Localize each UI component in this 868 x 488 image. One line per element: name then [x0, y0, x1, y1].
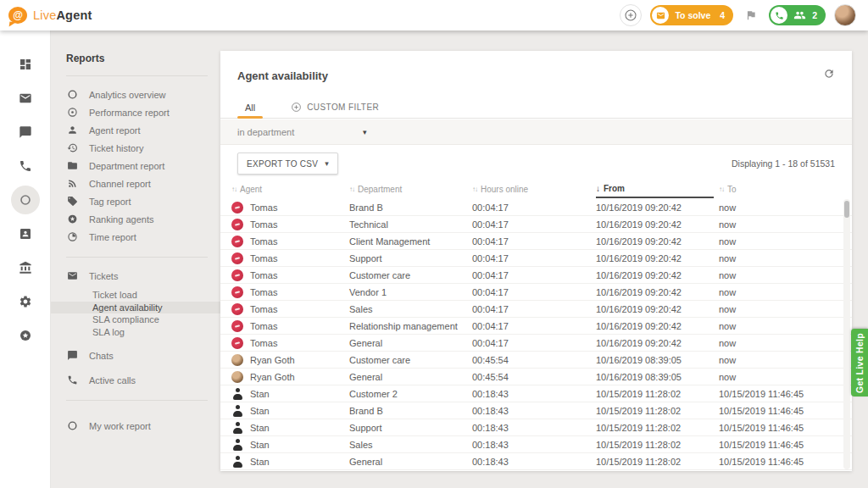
agent-name: Tomas — [250, 321, 277, 331]
nav-item-performance-report[interactable]: Performance report — [51, 103, 220, 121]
column-header-to[interactable]: ↑↓To — [719, 180, 838, 198]
rail-item-settings[interactable] — [0, 285, 51, 319]
table-row[interactable]: Tomas Brand B 00:04:17 10/16/2019 09:20:… — [220, 199, 852, 216]
nav-subitem-sla-log[interactable]: SLA log — [51, 326, 220, 339]
tab-custom-filter[interactable]: CUSTOM FILTER — [283, 97, 387, 118]
user-avatar[interactable] — [834, 4, 856, 26]
nav-item-department-report[interactable]: Department report — [51, 157, 220, 175]
nav-item-my-work-report[interactable]: My work report — [51, 417, 220, 435]
table-row[interactable]: Stan Sales 00:18:43 10/15/2019 11:28:02 … — [220, 436, 852, 453]
nav-item-time-report[interactable]: Time report — [51, 228, 220, 246]
nav-item-ticket-history[interactable]: Ticket history — [51, 139, 220, 157]
nav-subitem-sla-compliance[interactable]: SLA compliance — [51, 313, 220, 326]
cell-hours-online: 00:18:43 — [472, 440, 596, 450]
liveagent-logo[interactable]: @ LiveAgent — [8, 7, 92, 24]
plus-circle-icon — [624, 8, 637, 22]
cell-department: Support — [349, 423, 472, 433]
rail-active-indicator — [11, 186, 40, 214]
table-row[interactable]: Stan Brand B 00:18:43 10/15/2019 11:28:0… — [220, 402, 852, 419]
sort-icon: ↑↓ — [719, 186, 724, 193]
cell-from: 10/16/2019 09:20:42 — [596, 304, 719, 314]
performance-report-icon — [66, 107, 78, 118]
agent-name: Stan — [250, 457, 270, 467]
cell-to: now — [719, 338, 838, 348]
agent-name: Stan — [250, 406, 270, 416]
rail-item-reports[interactable] — [0, 183, 51, 217]
table-row[interactable]: Ryan Goth General 00:45:54 10/16/2019 08… — [220, 369, 852, 385]
cell-department: Customer care — [349, 270, 472, 280]
table-scrollbar[interactable] — [843, 199, 850, 469]
table-row[interactable]: Stan General 00:18:43 10/15/2019 11:28:0… — [220, 453, 852, 470]
column-header-agent[interactable]: ↑↓Agent — [231, 180, 349, 198]
flag-button[interactable] — [742, 6, 760, 25]
panel-title: Reports — [51, 53, 220, 64]
agents-online-icon — [793, 10, 806, 20]
column-header-from[interactable]: ↓From — [596, 180, 714, 198]
table-row[interactable]: Tomas Relationship management 00:04:17 1… — [220, 318, 852, 335]
icon-rail — [0, 30, 51, 488]
nav-item-agent-report[interactable]: Agent report — [51, 121, 220, 139]
sort-desc-icon: ↓ — [596, 184, 600, 193]
nav-item-active-calls[interactable]: Active calls — [51, 371, 220, 389]
cell-department: Customer care — [349, 355, 472, 365]
rail-item-tickets[interactable] — [0, 81, 51, 115]
cell-hours-online: 00:04:17 — [472, 253, 596, 263]
column-header-hours-online[interactable]: ↑↓Hours online — [472, 180, 596, 198]
table-row[interactable]: Tomas Client Management 00:04:17 10/16/2… — [220, 233, 852, 250]
cell-department: Customer 2 — [349, 389, 472, 399]
table-row[interactable]: Tomas Vendor 1 00:04:17 10/16/2019 09:20… — [220, 284, 852, 301]
nav-subitem-agent-availability[interactable]: Agent availability — [51, 302, 220, 314]
nav-item-analytics-overview[interactable]: Analytics overview — [51, 86, 220, 103]
nav-item-chats[interactable]: Chats — [51, 347, 220, 364]
table-row[interactable]: Stan Support 00:18:43 10/15/2019 11:28:0… — [220, 419, 852, 436]
refresh-button[interactable] — [823, 68, 835, 80]
to-solve-button[interactable]: To solve 4 — [650, 5, 733, 25]
nav-item-channel-report[interactable]: Channel report — [51, 175, 220, 192]
bank-icon — [19, 261, 32, 274]
agent-name: Tomas — [250, 202, 277, 213]
cell-hours-online: 00:04:17 — [472, 321, 596, 331]
table-row[interactable]: Stan Customer 2 00:18:43 10/15/2019 11:2… — [220, 385, 852, 402]
agent-name: Ryan Goth — [250, 372, 295, 382]
agent-name: Tomas — [250, 236, 277, 247]
department-filter-dropdown[interactable]: in department ▾ — [220, 119, 852, 145]
cell-from: 10/16/2019 09:20:42 — [596, 338, 719, 348]
displaying-range-label: Displaying 1 - 18 of 51531 — [732, 158, 835, 169]
table-row[interactable]: Tomas Sales 00:04:17 10/16/2019 09:20:42… — [220, 301, 852, 318]
agent-avatar — [231, 337, 243, 349]
cell-department: Brand B — [349, 406, 472, 416]
export-to-csv-button[interactable]: EXPORT TO CSV ▾ — [237, 152, 338, 175]
rail-item-chats[interactable] — [0, 115, 51, 149]
cell-from: 10/16/2019 09:20:42 — [596, 321, 719, 331]
table-row[interactable]: Tomas Support 00:04:17 10/16/2019 09:20:… — [220, 250, 852, 267]
cell-department: Vendor 1 — [349, 287, 472, 297]
rail-item-apps[interactable] — [0, 319, 51, 352]
agent-name: Tomas — [250, 287, 277, 297]
cell-from: 10/16/2019 08:39:05 — [596, 355, 719, 365]
rail-item-contacts[interactable] — [0, 217, 51, 251]
scrollbar-thumb[interactable] — [844, 201, 849, 218]
sort-icon: ↑↓ — [231, 186, 236, 193]
table-row[interactable]: Tomas General 00:04:17 10/16/2019 09:20:… — [220, 335, 852, 352]
cell-to: 10/15/2019 11:46:45 — [719, 423, 838, 433]
nav-group-tickets[interactable]: Tickets — [51, 267, 220, 285]
cell-hours-online: 00:04:17 — [472, 202, 596, 213]
rail-item-calls[interactable] — [0, 149, 51, 183]
rail-item-dashboard[interactable] — [0, 47, 51, 81]
calls-button[interactable]: 2 — [769, 5, 826, 25]
column-header-department[interactable]: ↑↓Department — [349, 180, 472, 198]
nav-item-ranking-agents[interactable]: Ranking agents — [51, 210, 220, 228]
add-button[interactable] — [620, 4, 642, 26]
nav-subitem-ticket-load[interactable]: Ticket load — [51, 289, 220, 302]
cell-department: Sales — [349, 440, 472, 450]
get-live-help-tab[interactable]: Get Live Help — [851, 329, 868, 396]
agent-name: Ryan Goth — [250, 355, 295, 365]
nav-item-tag-report[interactable]: Tag report — [51, 192, 220, 210]
table-row[interactable]: Ryan Goth Customer care 00:45:54 10/16/2… — [220, 352, 852, 369]
table-row[interactable]: Tomas Customer care 00:04:17 10/16/2019 … — [220, 267, 852, 284]
rail-item-billing[interactable] — [0, 251, 51, 285]
tab-all[interactable]: All — [237, 97, 263, 118]
table-row[interactable]: Tomas Technical 00:04:17 10/16/2019 09:2… — [220, 216, 852, 233]
ticket-history-icon — [66, 142, 78, 153]
cell-from: 10/15/2019 11:28:02 — [596, 423, 719, 433]
